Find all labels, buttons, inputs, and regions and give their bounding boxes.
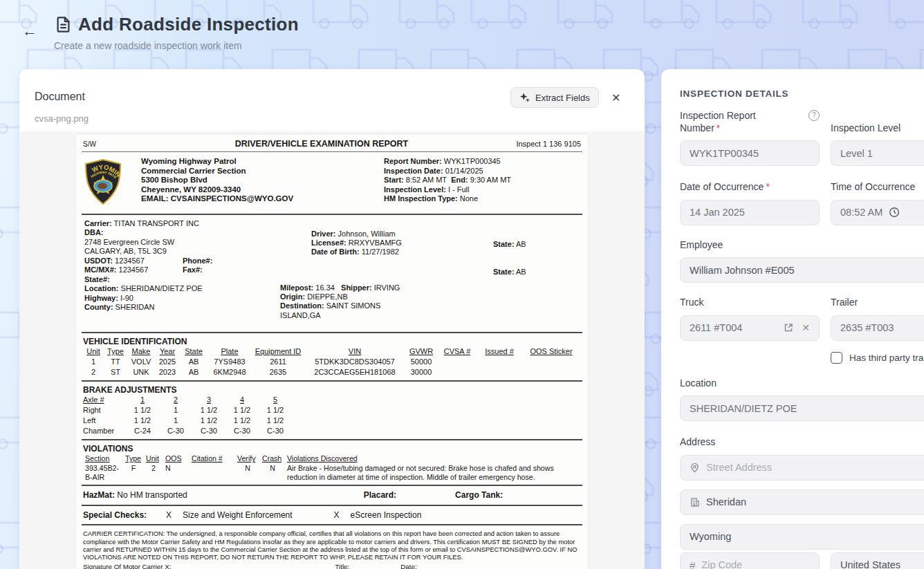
trailer-input[interactable]: 2635 #T003: [831, 315, 924, 341]
clear-truck-icon[interactable]: ✕: [802, 322, 810, 333]
help-icon[interactable]: ?: [808, 110, 820, 121]
sparkles-icon: [519, 92, 530, 103]
document-viewer: S/W DRIVER/VEHICLE EXAMINATION REPORT In…: [19, 131, 645, 569]
carrier-certification-text: CARRIER CERTIFICATION: The undersigned, …: [83, 528, 581, 561]
document-icon: [54, 15, 73, 34]
scanned-report: S/W DRIVER/VEHICLE EXAMINATION REPORT In…: [76, 135, 588, 569]
agency-address-block: Wyoming Highway Patrol Commercial Carrie…: [141, 157, 293, 207]
third-party-label: Has third party trailer: [849, 353, 924, 363]
page-title: Add Roadside Inspection: [78, 14, 299, 35]
form-section-title: INSPECTION DETAILS: [680, 88, 924, 99]
scan-inspect-number: Inspect 1 136 9105: [498, 140, 581, 149]
time-of-occurrence-input[interactable]: 08:52 AM: [831, 200, 924, 225]
violation-row: 393.45B2-B-AIR F 2 N N N Air Brake - Hos…: [83, 463, 581, 483]
street-address-input[interactable]: Street Address: [680, 455, 924, 481]
zip-code-input[interactable]: # Zip Code: [680, 552, 820, 569]
close-icon[interactable]: ✕: [611, 91, 620, 104]
brake-adjustments-table: Axle # 12 34 5 Right 1 1/21 1 1/21 1/2 1…: [83, 395, 292, 437]
hash-icon: #: [690, 559, 695, 569]
document-filename: cvsa-png.png: [35, 113, 89, 124]
inspection-level-label: Inspection Level: [831, 122, 924, 135]
truck-input[interactable]: 2611 #T004 ✕: [680, 315, 820, 341]
location-pin-icon: [690, 463, 700, 473]
scan-report-title: DRIVER/VEHICLE EXAMINATION REPORT: [145, 139, 498, 149]
date-of-occurrence-label: Date of Occurrence: [680, 181, 764, 194]
employee-input[interactable]: William Johnson #E005: [680, 257, 924, 283]
open-external-icon[interactable]: [784, 323, 793, 333]
employee-label: Employee: [680, 239, 924, 252]
clock-icon[interactable]: [889, 207, 900, 218]
location-input[interactable]: SHERIDAN/DIETZ POE: [680, 395, 924, 421]
truck-label: Truck: [680, 297, 820, 309]
trailer-label: Trailer: [831, 297, 924, 309]
report-meta-block: Report Number: WYK1TP000345 Inspection D…: [384, 157, 581, 207]
signature-row: Signature Of Motor Carrier X: Title: Dat…: [83, 563, 581, 569]
inspection-level-input[interactable]: Level 1: [831, 140, 924, 166]
back-arrow-icon[interactable]: ←: [22, 24, 37, 39]
building-icon: [690, 497, 700, 507]
country-input[interactable]: United States: [831, 552, 924, 569]
page-subtitle: Create a new roadside inspection work it…: [54, 40, 242, 51]
document-panel: Document cvsa-png.png Extract Fields ✕ S…: [19, 69, 645, 569]
vehicle-id-title: VEHICLE IDENTIFICATION: [83, 335, 581, 348]
state-input[interactable]: Wyoming: [680, 524, 924, 550]
time-of-occurrence-label: Time of Occurrence: [831, 181, 924, 194]
brake-adjustments-title: BRAKE ADJUSTMENTS: [83, 384, 581, 396]
vehicle-row: 2ST UNK2023 AB6KM2948 26352C3CCAEG5EH181…: [83, 367, 581, 377]
vehicle-id-table: Unit Type Make Year State Plate Equipmen…: [83, 347, 581, 377]
third-party-checkbox[interactable]: [831, 352, 842, 364]
date-of-occurrence-input[interactable]: 14 Jan 2025: [680, 200, 820, 225]
vehicle-row: 1TT VOLV2025 AB7YS9483 26115TDKK3DC8DS30…: [83, 357, 581, 367]
carrier-driver-block: Carrier: TITAN TRANSPORT INC DBA: 2748 E…: [83, 217, 581, 330]
special-checks-row: Special Checks: X Size and Weight Enforc…: [83, 508, 581, 523]
violations-title: VIOLATIONS: [83, 442, 581, 455]
scan-sw-code: S/W: [83, 140, 145, 149]
whp-badge-logo: WYOMING HIGHWAY PATROL: [83, 157, 126, 207]
location-label: Location: [680, 377, 924, 390]
extract-fields-button[interactable]: Extract Fields: [510, 87, 599, 108]
document-panel-title: Document: [35, 91, 85, 103]
violations-table: Section Type Unit OOS Citation # Verify …: [83, 454, 581, 483]
inspection-details-panel: INSPECTION DETAILS Inspection Report Num…: [661, 69, 924, 569]
hazmat-row: HazMat: No HM transported Placard: Cargo…: [83, 488, 581, 503]
city-input[interactable]: Sheridan: [680, 489, 924, 515]
address-label: Address: [680, 436, 924, 449]
report-number-input[interactable]: WYK1TP00345: [680, 140, 820, 166]
extract-fields-label: Extract Fields: [535, 93, 590, 103]
